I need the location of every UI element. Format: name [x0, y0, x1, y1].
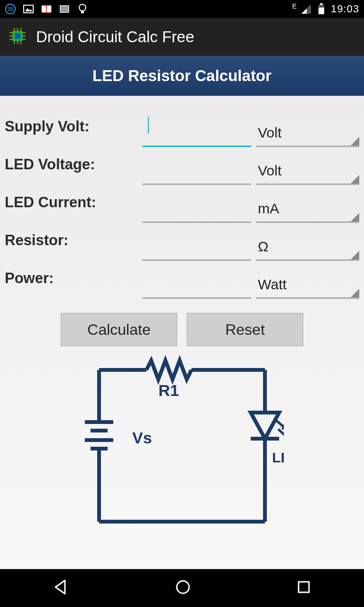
clock: 19:03	[331, 3, 359, 15]
unit-led-current[interactable]: mA	[256, 197, 359, 223]
row-resistor: Resistor: Ω	[5, 223, 359, 261]
counter-badge-icon: 35	[5, 3, 16, 15]
svg-point-11	[79, 4, 86, 11]
image-icon	[23, 3, 34, 15]
svg-text:LED: LED	[272, 450, 284, 465]
svg-marker-14	[301, 9, 307, 14]
input-led-current[interactable]	[142, 197, 251, 223]
svg-rect-12	[81, 11, 84, 13]
list-icon	[59, 3, 70, 15]
label-supply-volt: Supply Volt:	[5, 118, 137, 147]
input-led-voltage[interactable]	[142, 159, 251, 185]
signal-icon	[300, 3, 312, 15]
unit-resistor[interactable]: Ω	[256, 235, 359, 261]
battery-icon	[316, 3, 327, 15]
form-content: Supply Volt: Volt LED Voltage: Volt LED …	[0, 96, 364, 569]
row-supply-volt: Supply Volt: Volt	[5, 109, 359, 147]
row-led-current: LED Current: mA	[5, 185, 359, 223]
svg-marker-35	[251, 413, 279, 439]
svg-rect-55	[299, 582, 309, 592]
label-led-voltage: LED Voltage:	[5, 156, 137, 185]
unit-power[interactable]: Watt	[256, 273, 359, 299]
svg-marker-53	[55, 580, 65, 594]
app-title: Droid Circuit Calc Free	[36, 28, 194, 46]
row-power: Power: Watt	[5, 261, 359, 299]
unit-led-voltage[interactable]: Volt	[256, 159, 359, 185]
back-button[interactable]	[53, 579, 70, 598]
svg-text:R1: R1	[158, 381, 179, 399]
recent-button[interactable]	[296, 579, 311, 597]
label-led-current: LED Current:	[5, 194, 137, 223]
input-resistor[interactable]	[142, 235, 251, 261]
navigation-bar	[0, 569, 364, 607]
svg-rect-5	[42, 6, 46, 12]
row-led-voltage: LED Voltage: Volt	[5, 147, 359, 185]
unit-supply-volt[interactable]: Volt	[256, 121, 359, 147]
svg-rect-6	[47, 6, 51, 12]
svg-rect-2	[24, 5, 33, 13]
svg-point-54	[177, 581, 189, 593]
home-button[interactable]	[174, 579, 191, 598]
svg-text:Vs: Vs	[132, 429, 152, 447]
input-supply-volt[interactable]	[142, 121, 251, 147]
input-power[interactable]	[142, 273, 251, 299]
svg-rect-19	[15, 33, 20, 39]
svg-marker-3	[25, 8, 32, 11]
reset-button[interactable]: Reset	[187, 313, 303, 346]
network-type: E	[292, 2, 297, 10]
svg-rect-15	[320, 3, 323, 5]
app-bar: Droid Circuit Calc Free	[0, 18, 364, 56]
calculate-button[interactable]: Calculate	[61, 313, 177, 346]
svg-text:35: 35	[8, 6, 13, 12]
book-icon	[41, 3, 52, 15]
status-bar: 35 E 19:03	[0, 0, 364, 18]
svg-rect-17	[318, 8, 324, 14]
label-resistor: Resistor:	[5, 232, 137, 261]
app-icon	[7, 25, 28, 49]
page-title: LED Resistor Calculator	[0, 56, 364, 96]
bulb-icon	[77, 3, 88, 15]
circuit-diagram: R1 Vs LED	[80, 351, 284, 531]
label-power: Power:	[5, 270, 137, 299]
